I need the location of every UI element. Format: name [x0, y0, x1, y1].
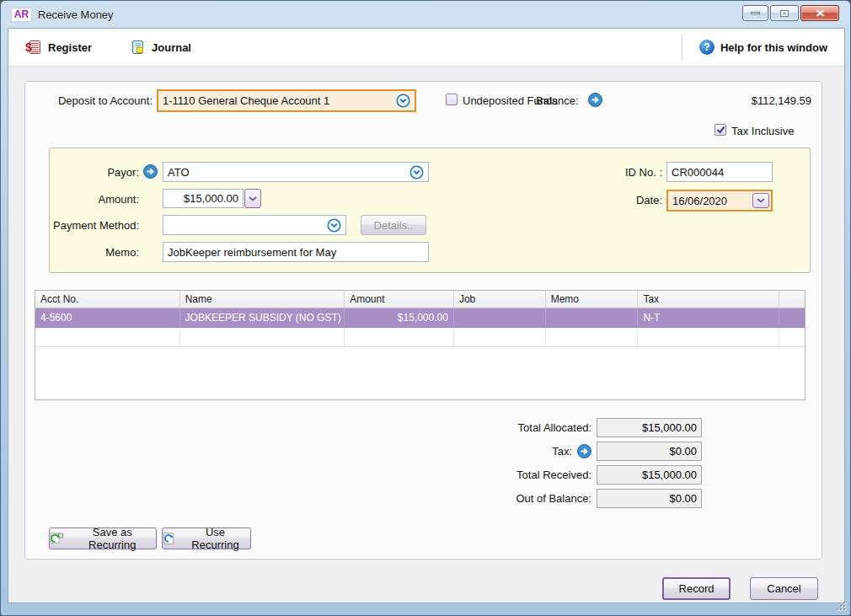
journal-label: Journal — [152, 41, 191, 54]
cell-name[interactable] — [180, 328, 345, 346]
save-as-recurring-label: Save as Recurring — [68, 526, 156, 551]
id-no-field[interactable]: CR000044 — [666, 162, 773, 182]
chevron-down-icon[interactable] — [327, 218, 341, 233]
maximize-button[interactable] — [770, 5, 799, 21]
register-label: Register — [48, 41, 92, 54]
balance-value: $112,149.59 — [709, 94, 811, 107]
title-bar[interactable]: AR Receive Money — [1, 1, 850, 28]
id-no-label: ID No. : — [582, 166, 662, 179]
out-of-balance-value: $0.00 — [669, 492, 697, 505]
column-header-spacer — [779, 291, 805, 308]
total-received-value: $15,000.00 — [642, 469, 697, 481]
toolbar-separator — [682, 34, 682, 61]
deposit-account-combo[interactable]: 1-1110 General Cheque Account 1 — [157, 89, 416, 112]
date-picker-button[interactable] — [752, 193, 769, 208]
tax-value: $0.00 — [669, 445, 697, 458]
column-header-name: Name — [180, 291, 345, 308]
amount-label: Amount: — [39, 193, 139, 206]
cancel-label: Cancel — [767, 582, 800, 595]
chevron-down-icon[interactable] — [409, 165, 424, 179]
cell-spacer — [779, 328, 805, 346]
check-icon — [716, 126, 725, 134]
minimize-button[interactable] — [742, 5, 768, 21]
details-button[interactable]: Details.. — [361, 215, 426, 235]
cell-tax[interactable] — [638, 328, 779, 346]
app-badge: AR — [11, 8, 32, 22]
receive-money-window: AR Receive Money $ Register Journal — [0, 0, 851, 616]
payment-method-label: Payment Method: — [39, 219, 139, 232]
use-recurring-button[interactable]: Use Recurring — [162, 528, 251, 549]
help-label: Help for this window — [720, 41, 827, 54]
column-header-tax: Tax — [638, 291, 779, 308]
tax-inclusive-checkbox[interactable] — [715, 124, 726, 136]
payor-field[interactable]: ATO — [163, 162, 429, 182]
payor-label: Payor: — [39, 166, 139, 179]
allocation-table: Acct No. Name Amount Job Memo Tax 4-5600… — [35, 290, 806, 400]
cell-tax[interactable]: N-T — [638, 308, 779, 327]
cell-acct-no[interactable] — [35, 328, 180, 346]
table-row-selected[interactable]: 4-5600 JOBKEEPER SUBSIDY (NO GST) $15,00… — [35, 308, 805, 328]
cell-acct-no[interactable]: 4-5600 — [35, 308, 180, 327]
payment-method-field[interactable] — [163, 215, 346, 235]
cell-spacer — [779, 308, 805, 327]
toolbar: $ Register Journal ? Help for this windo… — [8, 29, 844, 67]
resize-grip[interactable] — [835, 600, 845, 610]
journal-icon — [129, 39, 146, 56]
cancel-button[interactable]: Cancel — [750, 577, 818, 600]
save-as-recurring-button[interactable]: Save as Recurring — [49, 528, 157, 549]
payor-value: ATO — [168, 166, 190, 179]
total-received-field: $15,000.00 — [597, 465, 702, 485]
help-icon: ? — [699, 40, 715, 55]
cell-memo[interactable] — [546, 308, 639, 327]
column-header-acct-no: Acct No. — [35, 291, 180, 308]
chevron-down-icon — [757, 198, 765, 203]
close-button[interactable] — [800, 5, 839, 21]
balance-detail-arrow-icon[interactable] — [588, 93, 602, 107]
total-received-row: Total Received: $15,000.00 — [456, 465, 702, 485]
record-button[interactable]: Record — [662, 577, 731, 600]
cell-name[interactable]: JOBKEEPER SUBSIDY (NO GST) — [180, 308, 345, 327]
date-value: 16/06/2020 — [672, 195, 727, 207]
memo-value: JobKeeper reimbursement for May — [168, 246, 336, 259]
register-button[interactable]: $ Register — [19, 35, 99, 59]
cell-job[interactable] — [454, 308, 546, 327]
total-allocated-label: Total Allocated: — [518, 421, 591, 434]
details-label: Details.. — [374, 219, 414, 232]
balance-label: Balance: — [536, 94, 579, 107]
column-header-amount: Amount — [345, 291, 454, 308]
cell-job[interactable] — [454, 328, 546, 346]
register-icon: $ — [25, 39, 42, 56]
chevron-down-icon[interactable] — [396, 94, 410, 108]
column-header-memo: Memo — [546, 291, 639, 308]
tax-label: Tax: — [552, 445, 572, 458]
out-of-balance-row: Out of Balance: $0.00 — [456, 489, 702, 508]
id-no-value: CR000044 — [672, 166, 724, 179]
help-button[interactable]: ? Help for this window — [693, 36, 834, 58]
svg-text:$: $ — [25, 40, 32, 54]
payor-detail-arrow-icon[interactable] — [143, 164, 158, 179]
undeposited-funds-checkbox[interactable] — [446, 94, 458, 105]
tax-detail-arrow-icon[interactable] — [577, 444, 591, 458]
date-field[interactable]: 16/06/2020 — [666, 190, 773, 212]
table-row-empty[interactable] — [35, 328, 805, 347]
minimize-icon — [751, 12, 760, 14]
tax-total-row: Tax: $0.00 — [456, 442, 702, 461]
amount-field[interactable]: $15,000.00 — [163, 189, 244, 208]
total-allocated-value: $15,000.00 — [642, 421, 697, 434]
cell-amount[interactable]: $15,000.00 — [345, 308, 454, 327]
cell-memo[interactable] — [546, 328, 639, 346]
journal-button[interactable]: Journal — [122, 35, 198, 59]
cell-amount[interactable] — [345, 328, 454, 346]
tax-field: $0.00 — [597, 442, 702, 461]
out-of-balance-field: $0.00 — [597, 489, 702, 508]
deposit-account-label: Deposit to Account: — [35, 94, 153, 107]
use-recurring-icon — [163, 532, 175, 545]
amount-value: $15,000.00 — [184, 192, 238, 205]
out-of-balance-label: Out of Balance: — [516, 492, 591, 505]
memo-field[interactable]: JobKeeper reimbursement for May — [163, 242, 429, 262]
amount-calculator-button[interactable] — [244, 189, 261, 208]
window-title: Receive Money — [38, 8, 114, 21]
use-recurring-label: Use Recurring — [180, 526, 250, 551]
total-allocated-field: $15,000.00 — [597, 418, 702, 437]
maximize-icon — [780, 10, 789, 17]
